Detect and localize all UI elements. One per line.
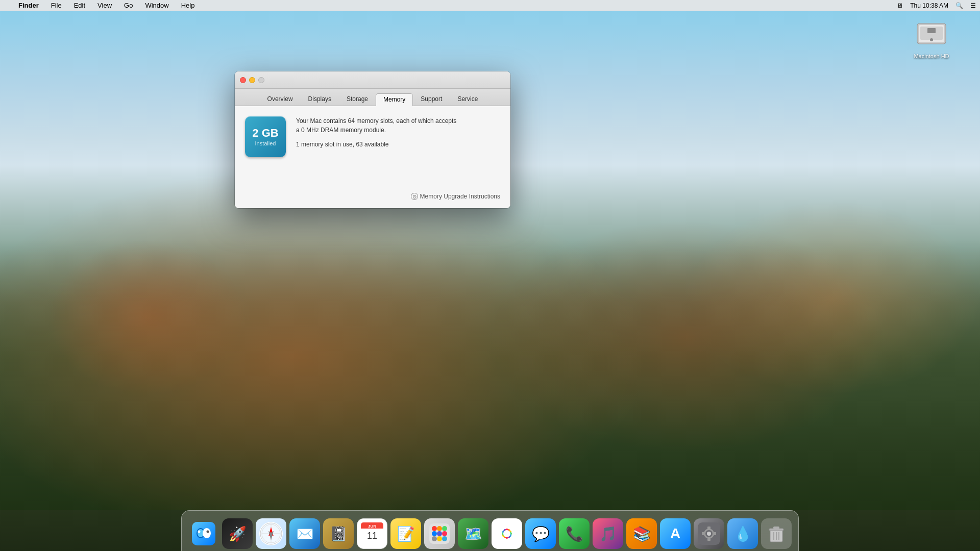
dock-notes[interactable]: 📝 bbox=[390, 518, 421, 549]
svg-point-29 bbox=[442, 531, 447, 536]
tab-overview[interactable]: Overview bbox=[260, 93, 301, 106]
dock-launchpad[interactable]: 🚀 bbox=[222, 518, 253, 549]
dock-mail[interactable]: ✉️ bbox=[289, 518, 320, 549]
window-minimize-button[interactable] bbox=[249, 77, 255, 83]
svg-point-25 bbox=[437, 526, 442, 531]
dock-appstore[interactable]: A bbox=[660, 518, 691, 549]
desktop: Finder File Edit View Go Window Help 🖥 T… bbox=[0, 0, 980, 551]
svg-point-30 bbox=[432, 536, 437, 541]
tab-displays[interactable]: Displays bbox=[301, 93, 339, 106]
memory-size-number: 2 GB bbox=[252, 128, 278, 139]
upgrade-link-label: Memory Upgrade Instructions bbox=[420, 193, 500, 200]
about-this-mac-window: Overview Displays Storage Memory Support… bbox=[235, 71, 510, 208]
svg-rect-49 bbox=[714, 532, 716, 535]
dock-calendar[interactable]: JUN 11 bbox=[357, 518, 387, 549]
svg-point-31 bbox=[437, 536, 442, 541]
tab-service[interactable]: Service bbox=[450, 93, 485, 106]
dock-maps[interactable]: 🗺️ bbox=[458, 518, 488, 549]
dock: 🚀 ✉️ 📓 bbox=[181, 510, 799, 551]
svg-point-24 bbox=[432, 526, 437, 531]
tab-memory[interactable]: Memory bbox=[376, 93, 413, 106]
menubar-right: 🖥 Thu 10:38 AM 🔍 ☰ bbox=[897, 2, 976, 9]
menubar-file[interactable]: File bbox=[49, 1, 64, 10]
dock-trash[interactable] bbox=[761, 518, 792, 549]
dock-finder[interactable] bbox=[188, 518, 219, 549]
dock-itunes[interactable]: 🎵 bbox=[593, 518, 623, 549]
dock-airdrop[interactable]: 💧 bbox=[727, 518, 758, 549]
dock-ibooks[interactable]: 📚 bbox=[626, 518, 657, 549]
memory-info-row: 2 GB Installed Your Mac contains 64 memo… bbox=[245, 116, 500, 157]
svg-point-10 bbox=[207, 531, 209, 533]
menubar-edit[interactable]: Edit bbox=[72, 1, 87, 10]
dock-applist[interactable] bbox=[424, 518, 455, 549]
memory-slots-info: 1 memory slot in use, 63 available bbox=[296, 140, 500, 149]
dock-facetime[interactable]: 📞 bbox=[559, 518, 590, 549]
window-close-button[interactable] bbox=[240, 77, 246, 83]
dock-system-preferences[interactable] bbox=[694, 518, 724, 549]
menubar-view[interactable]: View bbox=[95, 1, 114, 10]
svg-rect-48 bbox=[702, 532, 704, 535]
menubar: Finder File Edit View Go Window Help 🖥 T… bbox=[0, 0, 980, 11]
menubar-help[interactable]: Help bbox=[179, 1, 197, 10]
macintosh-hd-icon[interactable]: Macintosh HD bbox=[914, 15, 949, 59]
dock-notefile[interactable]: 📓 bbox=[323, 518, 354, 549]
tab-storage[interactable]: Storage bbox=[339, 93, 376, 106]
window-content-memory: 2 GB Installed Your Mac contains 64 memo… bbox=[235, 106, 510, 188]
menubar-window[interactable]: Window bbox=[143, 1, 170, 10]
dock-messages[interactable]: 💬 bbox=[525, 518, 556, 549]
svg-rect-4 bbox=[927, 28, 936, 33]
svg-point-45 bbox=[707, 532, 711, 536]
memory-installed-label: Installed bbox=[255, 140, 276, 146]
dock-photos[interactable] bbox=[492, 518, 522, 549]
memory-desc-line1: Your Mac contains 64 memory slots, each … bbox=[296, 116, 500, 126]
svg-point-3 bbox=[930, 38, 933, 41]
menubar-control-center-icon[interactable]: ☰ bbox=[970, 2, 976, 9]
svg-point-28 bbox=[437, 531, 442, 536]
menubar-go[interactable]: Go bbox=[122, 1, 135, 10]
svg-point-27 bbox=[432, 531, 437, 536]
menubar-search-icon[interactable]: 🔍 bbox=[955, 2, 963, 9]
window-tab-bar: Overview Displays Storage Memory Support… bbox=[235, 89, 510, 106]
menubar-finder[interactable]: Finder bbox=[16, 1, 41, 10]
svg-rect-47 bbox=[707, 538, 710, 541]
memory-upgrade-link[interactable]: ⊙ Memory Upgrade Instructions bbox=[411, 193, 500, 200]
svg-rect-52 bbox=[773, 527, 779, 529]
window-footer: ⊙ Memory Upgrade Instructions bbox=[235, 188, 510, 208]
svg-point-26 bbox=[442, 526, 447, 531]
svg-point-8 bbox=[203, 528, 211, 538]
svg-rect-46 bbox=[707, 527, 710, 529]
svg-text:JUN: JUN bbox=[368, 524, 376, 529]
window-maximize-button[interactable] bbox=[258, 77, 264, 83]
menubar-time: Thu 10:38 AM bbox=[910, 2, 948, 9]
menubar-left: Finder File Edit View Go Window Help bbox=[4, 1, 197, 10]
dock-safari[interactable] bbox=[256, 518, 286, 549]
svg-text:11: 11 bbox=[367, 531, 377, 541]
window-titlebar bbox=[235, 71, 510, 89]
memory-desc-line2: a 0 MHz DRAM memory module. bbox=[296, 126, 500, 135]
svg-point-9 bbox=[198, 531, 201, 533]
svg-point-41 bbox=[503, 530, 510, 537]
tab-support[interactable]: Support bbox=[413, 93, 450, 106]
svg-point-32 bbox=[442, 536, 447, 541]
hd-drive-icon bbox=[914, 15, 949, 51]
memory-badge: 2 GB Installed bbox=[245, 116, 286, 157]
hd-label: Macintosh HD bbox=[914, 53, 949, 59]
menubar-screen-icon[interactable]: 🖥 bbox=[897, 2, 903, 9]
gear-circle-icon: ⊙ bbox=[411, 193, 418, 200]
window-controls bbox=[240, 77, 264, 83]
memory-description: Your Mac contains 64 memory slots, each … bbox=[296, 116, 500, 149]
